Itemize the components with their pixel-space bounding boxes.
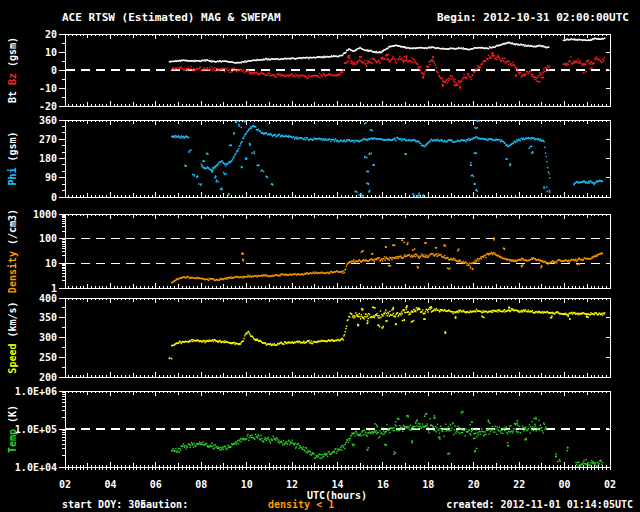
y-axis-title-bt-bz: Bt Bz (gsm) bbox=[7, 37, 18, 103]
x-tick-label: 18 bbox=[422, 479, 434, 490]
x-tick-label: 10 bbox=[241, 479, 253, 490]
y-tick-label: 350 bbox=[39, 312, 57, 323]
y-tick-label: 1.0E+06 bbox=[15, 386, 57, 397]
y-tick-label: 10 bbox=[45, 258, 57, 269]
y-tick-label: 180 bbox=[39, 153, 57, 164]
x-tick-label: 20 bbox=[468, 479, 480, 490]
y-axis-title-phi: Phi (gsm) bbox=[7, 131, 18, 185]
x-tick-label: 16 bbox=[377, 479, 389, 490]
y-tick-label: 250 bbox=[39, 352, 57, 363]
y-tick-label: 0 bbox=[51, 192, 57, 203]
ace-rtsw-plot-window: ACE RTSW (Estimated) MAG & SWEPAM Begin:… bbox=[0, 0, 640, 512]
y-tick-label: 20 bbox=[45, 29, 57, 40]
y-tick-label: 1.0E+05 bbox=[15, 424, 57, 435]
x-tick-label: 08 bbox=[195, 479, 207, 490]
y-axis-title-temp: Temp (K) bbox=[7, 405, 18, 453]
x-tick-label: 22 bbox=[513, 479, 525, 490]
x-tick-label: 12 bbox=[286, 479, 298, 490]
x-tick-label: 00 bbox=[559, 479, 571, 490]
y-axis-title-density: Density (/cm3) bbox=[7, 209, 18, 293]
footer-created: created: 2012-11-01 01:14:05UTC bbox=[446, 499, 633, 510]
chart-background bbox=[0, 0, 640, 512]
y-tick-label: 100 bbox=[39, 233, 57, 244]
y-tick-label: 200 bbox=[39, 372, 57, 383]
y-tick-label: 0 bbox=[51, 65, 57, 76]
y-tick-label: 1000 bbox=[33, 209, 57, 220]
footer-start-doy: start DOY: 305 bbox=[62, 499, 146, 510]
y-tick-label: 10 bbox=[45, 47, 57, 58]
footer-caution-label: caution: bbox=[140, 499, 188, 510]
ace-rtsw-chart: ACE RTSW (Estimated) MAG & SWEPAM Begin:… bbox=[0, 0, 640, 512]
y-tick-label: 360 bbox=[39, 115, 57, 126]
chart-title: ACE RTSW (Estimated) MAG & SWEPAM bbox=[62, 11, 281, 24]
footer-caution-value: density < 1 bbox=[268, 499, 334, 510]
begin-timestamp: Begin: 2012-10-31 02:00:00UTC bbox=[437, 11, 629, 24]
y-tick-label: -10 bbox=[39, 83, 57, 94]
x-tick-label: 14 bbox=[331, 479, 343, 490]
y-axis-title-speed: Speed (km/s) bbox=[7, 301, 18, 373]
x-tick-label: 04 bbox=[104, 479, 116, 490]
x-tick-label: 02 bbox=[59, 479, 71, 490]
y-tick-label: 300 bbox=[39, 332, 57, 343]
y-tick-label: 270 bbox=[39, 134, 57, 145]
y-tick-label: 400 bbox=[39, 293, 57, 304]
y-tick-label: 1.0E+04 bbox=[15, 462, 57, 473]
y-tick-label: -20 bbox=[39, 101, 57, 112]
y-tick-label: 90 bbox=[45, 172, 57, 183]
x-tick-label: 02 bbox=[604, 479, 616, 490]
x-tick-label: 06 bbox=[150, 479, 162, 490]
